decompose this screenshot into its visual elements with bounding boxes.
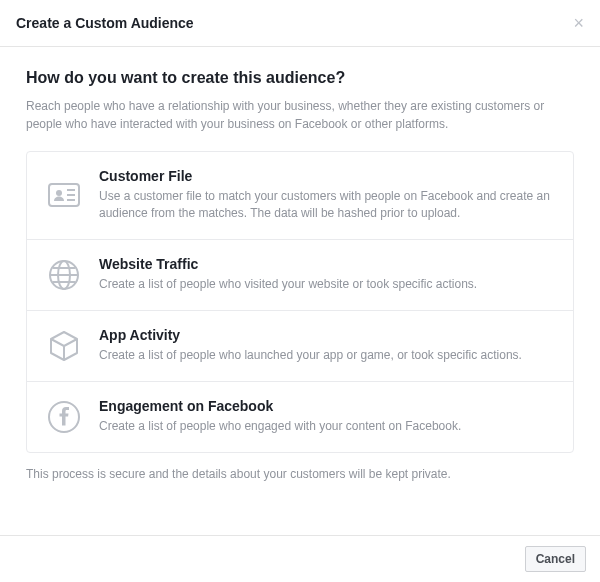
option-title: App Activity (99, 327, 555, 343)
option-title: Website Traffic (99, 256, 555, 272)
modal-header: Create a Custom Audience × (0, 0, 600, 47)
contact-card-icon (45, 176, 83, 214)
option-text: Website Traffic Create a list of people … (99, 256, 555, 293)
facebook-icon (45, 398, 83, 436)
svg-point-1 (56, 190, 62, 196)
question-heading: How do you want to create this audience? (26, 69, 574, 87)
cancel-button[interactable]: Cancel (525, 546, 586, 572)
cube-icon (45, 327, 83, 365)
globe-icon (45, 256, 83, 294)
option-desc: Create a list of people who visited your… (99, 276, 555, 293)
option-text: App Activity Create a list of people who… (99, 327, 555, 364)
option-text: Customer File Use a customer file to mat… (99, 168, 555, 223)
modal-title: Create a Custom Audience (16, 15, 194, 31)
option-engagement-facebook[interactable]: Engagement on Facebook Create a list of … (27, 382, 573, 452)
footnote-text: This process is secure and the details a… (26, 467, 574, 481)
option-desc: Create a list of people who engaged with… (99, 418, 555, 435)
option-website-traffic[interactable]: Website Traffic Create a list of people … (27, 240, 573, 311)
option-title: Customer File (99, 168, 555, 184)
option-title: Engagement on Facebook (99, 398, 555, 414)
close-icon[interactable]: × (573, 14, 584, 32)
option-desc: Use a customer file to match your custom… (99, 188, 555, 223)
option-app-activity[interactable]: App Activity Create a list of people who… (27, 311, 573, 382)
intro-text: Reach people who have a relationship wit… (26, 97, 574, 133)
option-customer-file[interactable]: Customer File Use a customer file to mat… (27, 152, 573, 240)
modal-body: How do you want to create this audience?… (0, 47, 600, 491)
option-text: Engagement on Facebook Create a list of … (99, 398, 555, 435)
modal-footer: Cancel (0, 535, 600, 582)
options-list: Customer File Use a customer file to mat… (26, 151, 574, 453)
option-desc: Create a list of people who launched you… (99, 347, 555, 364)
